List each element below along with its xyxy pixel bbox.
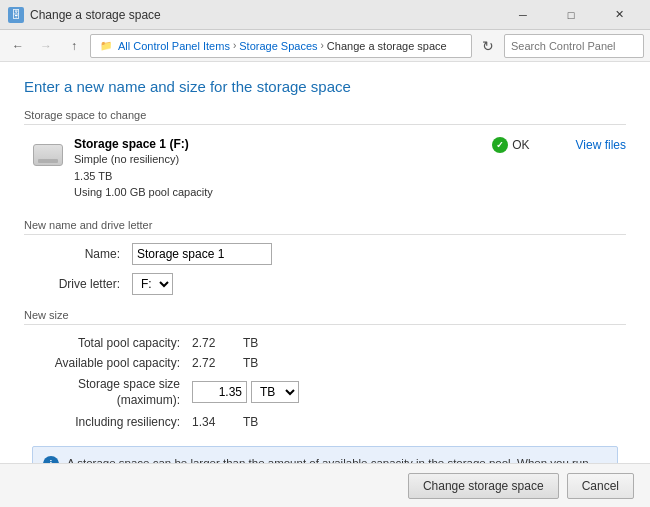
- total-pool-value: 2.72: [192, 336, 237, 350]
- info-box: i A storage space can be larger than the…: [32, 446, 618, 463]
- drive-letter-select[interactable]: F:: [132, 273, 173, 295]
- window-title: Change a storage space: [30, 8, 500, 22]
- maximize-button[interactable]: □: [548, 0, 594, 30]
- storage-size-label: Storage space size(maximum):: [32, 376, 192, 410]
- resiliency-unit: TB: [243, 415, 258, 429]
- resiliency-value: 1.34: [192, 415, 237, 429]
- search-box: 🔍: [504, 34, 644, 58]
- section-title-storage: Storage space to change: [24, 109, 626, 125]
- storage-size-input[interactable]: [192, 381, 247, 403]
- drive-shape: [33, 144, 63, 166]
- size-row-available: Available pool capacity: 2.72 TB: [24, 353, 626, 373]
- view-files-link[interactable]: View files: [576, 138, 626, 152]
- section-storage-to-change: Storage space to change Storage space 1 …: [24, 109, 626, 205]
- size-row-storage-size: Storage space size(maximum): TB GB MB: [24, 373, 626, 413]
- info-text: A storage space can be larger than the a…: [67, 455, 607, 463]
- footer: Change storage space Cancel: [0, 463, 650, 507]
- drive-letter-label: Drive letter:: [32, 277, 132, 291]
- breadcrumb-sep-2: ›: [321, 40, 324, 51]
- storage-drive-size: 1.35 TB: [74, 168, 462, 185]
- status-text: OK: [512, 138, 529, 152]
- close-button[interactable]: ✕: [596, 0, 642, 30]
- up-button[interactable]: ↑: [62, 34, 86, 58]
- name-input[interactable]: [132, 243, 272, 265]
- change-storage-button[interactable]: Change storage space: [408, 473, 559, 499]
- breadcrumb-control-panel[interactable]: All Control Panel Items: [118, 40, 230, 52]
- form-row-drive-letter: Drive letter: F:: [24, 273, 626, 295]
- section-name-drive: New name and drive letter Name: Drive le…: [24, 219, 626, 295]
- breadcrumb-sep-1: ›: [233, 40, 236, 51]
- section-new-size: New size Total pool capacity: 2.72 TB Av…: [24, 309, 626, 433]
- page-title: Enter a new name and size for the storag…: [24, 78, 626, 95]
- content-area: Enter a new name and size for the storag…: [0, 62, 650, 463]
- breadcrumb-current: Change a storage space: [327, 40, 447, 52]
- title-bar: 🗄 Change a storage space ─ □ ✕: [0, 0, 650, 30]
- size-row-total: Total pool capacity: 2.72 TB: [24, 333, 626, 353]
- breadcrumb: 📁 All Control Panel Items › Storage Spac…: [90, 34, 472, 58]
- storage-size-unit-select[interactable]: TB GB MB: [251, 381, 299, 403]
- breadcrumb-folder-icon: 📁: [97, 37, 115, 55]
- back-button[interactable]: ←: [6, 34, 30, 58]
- total-pool-label: Total pool capacity:: [32, 336, 192, 350]
- main-content: Enter a new name and size for the storag…: [0, 62, 650, 507]
- size-row-resiliency: Including resiliency: 1.34 TB: [24, 412, 626, 432]
- available-pool-value: 2.72: [192, 356, 237, 370]
- status-area: ✓ OK View files: [492, 137, 626, 153]
- address-bar: ← → ↑ 📁 All Control Panel Items › Storag…: [0, 30, 650, 62]
- form-row-name: Name:: [24, 243, 626, 265]
- storage-drive-type: Simple (no resiliency): [74, 151, 462, 168]
- available-pool-unit: TB: [243, 356, 258, 370]
- section-title-size: New size: [24, 309, 626, 325]
- status-ok: ✓ OK: [492, 137, 529, 153]
- section-title-name: New name and drive letter: [24, 219, 626, 235]
- name-label: Name:: [32, 247, 132, 261]
- storage-info: Storage space 1 (F:) Simple (no resilien…: [74, 137, 462, 201]
- resiliency-label: Including resiliency:: [32, 415, 192, 429]
- ok-icon: ✓: [492, 137, 508, 153]
- total-pool-unit: TB: [243, 336, 258, 350]
- available-pool-label: Available pool capacity:: [32, 356, 192, 370]
- minimize-button[interactable]: ─: [500, 0, 546, 30]
- drive-icon: [32, 139, 64, 171]
- storage-pool-usage: Using 1.00 GB pool capacity: [74, 184, 462, 201]
- storage-drive-name: Storage space 1 (F:): [74, 137, 462, 151]
- app-icon: 🗄: [8, 7, 24, 23]
- info-icon: i: [43, 456, 59, 463]
- window-controls: ─ □ ✕: [500, 0, 642, 30]
- breadcrumb-storage-spaces[interactable]: Storage Spaces: [239, 40, 317, 52]
- storage-item: Storage space 1 (F:) Simple (no resilien…: [24, 133, 626, 205]
- forward-button[interactable]: →: [34, 34, 58, 58]
- refresh-button[interactable]: ↻: [476, 34, 500, 58]
- cancel-button[interactable]: Cancel: [567, 473, 634, 499]
- search-input[interactable]: [511, 40, 649, 52]
